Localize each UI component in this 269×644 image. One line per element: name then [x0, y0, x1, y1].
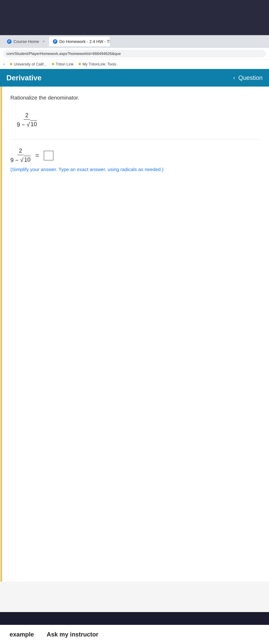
tab-course-home[interactable]: P Course Home × [3, 37, 49, 46]
tab-bar: P Course Home × P Do Homework - 2.4 HW -… [0, 35, 269, 48]
tab-icon-do-homework: P [53, 39, 57, 44]
bookmarks-bar: s ✱ University of Calif... ✱ Triton Link… [0, 60, 269, 69]
bookmark-university[interactable]: ✱ University of Calif... [10, 62, 47, 66]
tab-label-do-homework: Do Homework - 2.4 HW - Th [59, 39, 110, 44]
fraction-denominator: 9 − √ 10 [17, 120, 37, 128]
answer-section: 2 9 − √ 10 = [11, 148, 259, 164]
bookmark-tritonlink-tools[interactable]: ✱ My TritonLink: Tools [78, 62, 116, 66]
bookmark-label-university: University of Calif... [14, 62, 47, 66]
address-bar[interactable]: com/Student/PlayerHomework.aspx?homework… [3, 50, 266, 58]
prev-question-button[interactable]: ‹ [233, 74, 235, 81]
answer-fraction-display: 2 9 − √ 10 [11, 148, 31, 164]
os-bar [0, 0, 269, 35]
fraction-numerator: 2 [24, 112, 30, 120]
bookmark-label-tritonlink-tools: My TritonLink: Tools [83, 62, 116, 66]
browser-chrome: P Course Home × P Do Homework - 2.4 HW -… [0, 35, 269, 69]
bookmark-icon-university: ✱ [10, 62, 13, 66]
answer-input-box[interactable] [44, 151, 53, 160]
url-text: com/Student/PlayerHomework.aspx?homework… [7, 52, 121, 56]
bookmarks-label: s [3, 62, 5, 66]
hint-text: (Simplify your answer. Type an exact ans… [11, 167, 259, 172]
answer-sqrt-symbol: √ [20, 157, 24, 163]
tab-close-course-home[interactable]: × [43, 40, 45, 44]
tab-label-course-home: Course Home [14, 39, 39, 44]
denominator-prefix: 9 − [17, 122, 25, 128]
section-divider [11, 139, 259, 140]
left-accent [1, 86, 2, 582]
example-button[interactable]: example [10, 631, 34, 638]
sqrt-notation: √ 10 [27, 120, 37, 128]
page-content: Derivative ‹ Question Rationalize the de… [0, 69, 269, 612]
ask-instructor-button[interactable]: Ask my instructor [47, 631, 98, 638]
address-bar-row: com/Student/PlayerHomework.aspx?homework… [0, 48, 269, 60]
answer-fraction-numerator: 2 [17, 148, 24, 155]
bookmark-label-triton: Triton Link [56, 62, 74, 66]
bookmark-icon-triton: ✱ [52, 62, 55, 66]
main-content: Rationalize the denominator. 2 9 − √ 10 … [0, 86, 269, 582]
bookmark-icon-tritonlink-tools: ✱ [78, 62, 81, 66]
question-label: Question [238, 74, 262, 81]
fraction-display: 2 9 − √ 10 [17, 112, 37, 128]
bottom-bar: example Ask my instructor [0, 625, 269, 644]
sqrt-content: 10 [30, 120, 37, 128]
question-nav: ‹ Question [233, 74, 262, 81]
header-bar: Derivative ‹ Question [0, 69, 269, 86]
page-title: Derivative [7, 74, 42, 82]
tab-do-homework[interactable]: P Do Homework - 2.4 HW - Th [49, 37, 110, 46]
answer-denominator-prefix: 9 − [11, 157, 19, 164]
answer-sqrt-content: 10 [24, 156, 31, 163]
answer-fraction-denominator: 9 − √ 10 [11, 155, 31, 164]
tab-icon-course-home: P [7, 39, 12, 44]
question-instruction: Rationalize the denominator. [11, 94, 259, 101]
sqrt-symbol: √ [27, 122, 30, 128]
equals-sign: = [35, 152, 39, 159]
bookmark-triton[interactable]: ✱ Triton Link [52, 62, 74, 66]
answer-sqrt-notation: √ 10 [20, 156, 31, 163]
